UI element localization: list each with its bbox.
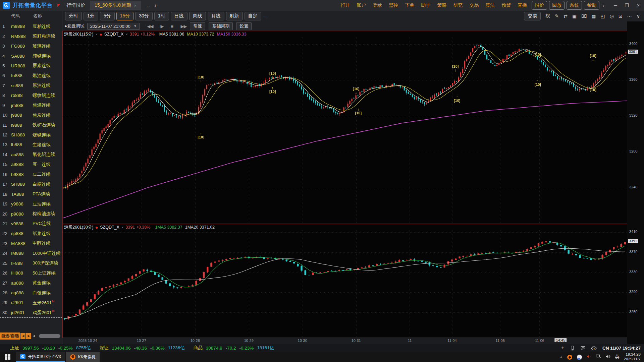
timeframe-15分[interactable]: 15分 xyxy=(116,12,134,20)
timeframe-周线[interactable]: 周线 xyxy=(189,12,206,20)
maximize-button[interactable]: ❐ xyxy=(621,3,633,8)
menu-item-11[interactable]: 预警 xyxy=(499,1,514,9)
watchlist-row-IF888[interactable]: 25IF888300沪深连续 xyxy=(0,258,62,268)
play-button[interactable]: ▶ xyxy=(161,24,164,29)
timeframe-月线[interactable]: 月线 xyxy=(208,12,224,20)
watchlist-row-IM888[interactable]: 24IM8881000中证连续 xyxy=(0,248,62,258)
grid-icon[interactable]: ▦ xyxy=(591,13,596,19)
adjust-rights-button[interactable]: 权 xyxy=(545,13,550,19)
tab-quotes[interactable]: 行情报价 xyxy=(62,1,90,10)
watchlist-row-UR888[interactable]: 5UR888尿素连续 xyxy=(0,61,62,71)
cloud-sync-icon[interactable] xyxy=(591,346,597,351)
watchlist-row-a9888[interactable]: 15a9888豆一连续 xyxy=(0,160,62,169)
taskbar-clock[interactable]: 19:34:26 2025/11/7 xyxy=(624,352,641,362)
menu-item-1[interactable]: 打开 xyxy=(338,1,353,9)
watchlist-row-jm888[interactable]: 9jm888焦煤连续 xyxy=(0,101,62,110)
candlestick-chart-15min[interactable] xyxy=(63,37,627,224)
more-icon[interactable]: ··· xyxy=(627,13,632,19)
horizontal-scrollbar[interactable] xyxy=(39,334,60,338)
timeframe-more-icon[interactable]: ··· xyxy=(263,13,269,19)
delete-icon[interactable]: ⌧ xyxy=(581,13,587,19)
fast-forward-button[interactable]: ▶▶ xyxy=(180,24,186,29)
watchlist-row-SR888[interactable]: 17SR888白糖连续 xyxy=(0,179,62,189)
timeframe-1时[interactable]: 1时 xyxy=(154,12,169,20)
trade-button[interactable]: 交易 xyxy=(524,12,541,20)
menu-item-2[interactable]: 账户 xyxy=(354,1,369,9)
timeframe-刷新[interactable]: 刷新 xyxy=(226,12,243,20)
watchlist-row-i9888[interactable]: 11i9888铁矿石连续 xyxy=(0,120,62,130)
watchlist-row-au888[interactable]: 27au888黄金连续 xyxy=(0,278,62,288)
message-icon[interactable] xyxy=(580,346,586,351)
watchlist-row-m9888[interactable]: 1m9888豆粕连续 xyxy=(0,21,62,31)
taskbar-app-tbquant[interactable]: 开拓者量化平台V3 xyxy=(16,352,65,362)
watchlist-row-IH888[interactable]: 26IH88850上证连续 xyxy=(0,268,62,278)
ime-indicator[interactable]: 英 xyxy=(615,354,620,360)
candlestick-chart-30min[interactable] xyxy=(63,230,627,338)
chart1-close-icon[interactable]: × xyxy=(96,32,98,36)
draw-icon[interactable]: ✎ xyxy=(555,13,559,19)
compare-icon[interactable]: ⇄ xyxy=(564,13,568,19)
watchlist-row-rb888[interactable]: 8rb888螺纹钢连续 xyxy=(0,90,62,100)
volume-tray-icon[interactable] xyxy=(605,354,610,360)
tab-scroll-left-icon[interactable]: ◀ xyxy=(20,333,25,339)
menu-boxed-1[interactable]: 报价 xyxy=(532,1,547,10)
menu-item-7[interactable]: 策略 xyxy=(434,1,449,9)
replay-datetime-picker[interactable]: 2025-11-07 21:00:00 ▼ xyxy=(87,23,140,30)
menu-boxed-3[interactable]: 系统 xyxy=(567,1,582,10)
tab-active-strategy[interactable]: 15_60多头双周期 × xyxy=(90,1,141,10)
menu-item-9[interactable]: 交易 xyxy=(467,1,481,9)
base-period-button[interactable]: 基础周期 xyxy=(209,22,233,30)
watchlist-row-v9888[interactable]: 21v9888PVC连续 xyxy=(0,219,62,229)
watchlist-row-b9888[interactable]: 16b9888豆二连续 xyxy=(0,170,62,179)
watchlist-row-ao888[interactable]: 14ao888氧化铝连续 xyxy=(0,150,62,160)
timeframe-30分[interactable]: 30分 xyxy=(135,12,153,20)
minimize-button[interactable]: ─ xyxy=(610,3,621,8)
tray-expand-icon[interactable]: ∧ xyxy=(560,355,562,359)
settings-button[interactable]: 设置 xyxy=(236,22,252,30)
step-back-button[interactable]: ◀◀ xyxy=(147,24,153,29)
network-tray-icon[interactable] xyxy=(596,354,601,360)
menu-boxed-4[interactable]: 帮助 xyxy=(584,1,599,10)
watchlist-row-c2601[interactable]: 29c2601玉米2601M xyxy=(0,298,62,307)
watchlist-row-TA888[interactable]: 18TA888PTA连续 xyxy=(0,189,62,199)
device-icon[interactable] xyxy=(570,346,575,351)
menu-item-4[interactable]: 监控 xyxy=(386,1,401,9)
menu-chevron-icon[interactable]: › xyxy=(603,3,604,8)
speed-button[interactable]: 常速 xyxy=(190,22,205,30)
tab-scroll-right-icon[interactable]: ▶ xyxy=(26,333,31,339)
watchlist-tab[interactable]: 自选/自选 xyxy=(0,333,20,340)
timeframe-日线[interactable]: 日线 xyxy=(171,12,187,20)
watchlist-row-j9888[interactable]: 10j9888焦炭连续 xyxy=(0,110,62,120)
stop-button[interactable]: ■ xyxy=(171,24,173,29)
tab-overflow-icon[interactable]: ··· xyxy=(145,3,150,8)
speaker-tray-icon[interactable] xyxy=(586,354,591,360)
watchlist-row-y9888[interactable]: 19y9888豆油连续 xyxy=(0,199,62,209)
menu-boxed-2[interactable]: 回放 xyxy=(549,1,565,10)
watchlist-row-FG888[interactable]: 3FG888玻璃连续 xyxy=(0,41,62,51)
watchlist-row-SH888[interactable]: 12SH888烧碱连续 xyxy=(0,130,62,140)
timeframe-自定[interactable]: 自定 xyxy=(245,12,261,20)
watchlist-row-sc888[interactable]: 7sc888原油连续 xyxy=(0,81,62,90)
menu-item-3[interactable]: 登录 xyxy=(370,1,385,9)
watchlist-row-SA888[interactable]: 4SA888纯碱连续 xyxy=(0,51,62,61)
tab-close-icon[interactable]: × xyxy=(134,3,137,8)
watchlist-row-ag888[interactable]: 28ag888白银连续 xyxy=(0,288,62,298)
scroll-left-icon[interactable]: ◀ xyxy=(33,334,35,338)
start-button[interactable] xyxy=(0,352,15,362)
watchlist-row-MA888[interactable]: 23MA888甲醇连续 xyxy=(0,239,62,248)
menu-item-8[interactable]: 研究 xyxy=(450,1,465,9)
close-button[interactable]: × xyxy=(633,3,644,8)
watchlist-row-sp888[interactable]: 22sp888纸浆连续 xyxy=(0,229,62,238)
watchlist-row-jd2601[interactable]: 30jd2601鸡蛋2601m xyxy=(0,308,62,318)
menu-item-12[interactable]: 直播 xyxy=(515,1,530,9)
watchlist-row-lh888[interactable]: 13lh888生猪连续 xyxy=(0,140,62,149)
watchlist-row-RM888[interactable]: 2RM888菜籽粕连续 xyxy=(0,31,62,41)
watchlist-row-fu888[interactable]: 6fu888燃油连续 xyxy=(0,71,62,80)
indicator-close-icon[interactable]: × xyxy=(121,225,123,229)
timeframe-分时[interactable]: 分时 xyxy=(65,12,82,20)
layout-icon[interactable]: ⊡ xyxy=(619,13,623,19)
timeframe-5分[interactable]: 5分 xyxy=(100,12,115,20)
menu-item-6[interactable]: 助手 xyxy=(418,1,433,9)
new-tab-button[interactable]: + xyxy=(154,3,157,8)
collapse-icon[interactable]: ∨ xyxy=(637,13,640,19)
